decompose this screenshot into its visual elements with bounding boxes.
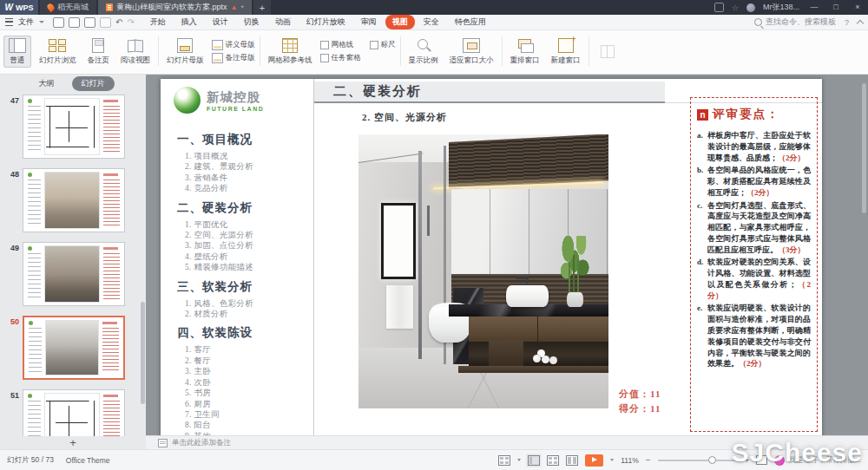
menu-tab[interactable]: 特色应用 (448, 15, 493, 29)
notes-page-icon (88, 37, 108, 54)
review-score: （3分） (778, 245, 806, 254)
feedback-icon[interactable] (714, 3, 724, 12)
ribbon-divider (589, 36, 589, 66)
reading-view-icon[interactable] (566, 455, 578, 466)
new-window-button[interactable]: 新建窗口 (548, 36, 584, 68)
slideshow-play-button[interactable] (585, 454, 603, 467)
photo-vessel-sink (506, 285, 549, 307)
handout-master-button[interactable]: 讲义母版 (212, 40, 255, 50)
zoom-level[interactable]: 111% (621, 456, 638, 465)
wps-presentation-window: WWPS 稻壳商城 黄梅山样板间室内软装方案.pptx ▲ * + ☆ Mr张1… (0, 0, 868, 470)
reading-view-button[interactable]: 阅读视图 (117, 36, 154, 68)
assistant-entry[interactable]: 我是稻仔，帮你排版... (774, 455, 861, 466)
normal-view-icon[interactable] (528, 455, 540, 466)
slide-sorter-icon[interactable] (547, 455, 559, 466)
save-icon[interactable] (53, 17, 64, 28)
score-earned: 得分：11 (619, 401, 661, 416)
notes-page-button[interactable]: 备注页 (84, 36, 114, 68)
menu-tab[interactable]: 切换 (237, 15, 266, 29)
review-point: b. 各空间单品的风格应统一，色彩、材质搭配应具有延续性及相互呼应；（2分） (697, 165, 811, 198)
ruler-checkbox[interactable]: 标尺 (370, 40, 396, 50)
tab-slides[interactable]: 幻灯片 (72, 76, 115, 91)
print-icon[interactable] (84, 17, 95, 28)
outline-row: 三、软装分析 (177, 279, 309, 295)
slide-thumbnail[interactable]: 48 (3, 168, 146, 232)
thumb-image (44, 393, 100, 436)
menu-tab[interactable]: 幻灯片放映 (299, 15, 352, 29)
wps-logo[interactable]: WWPS (0, 0, 38, 15)
slide-number: 49 (3, 244, 19, 252)
gridlines-checkbox[interactable]: 网格线 (320, 40, 361, 50)
zoom-slider[interactable] (658, 460, 738, 461)
menu-tab[interactable]: 插入 (174, 15, 204, 29)
zoom-in-button[interactable]: + (745, 455, 750, 465)
slide-canvas[interactable]: 新城控股 FUTURE LAND 二、硬装分析 2. 空间、光源分析 一、项目概… (146, 75, 868, 435)
grid-guides-button[interactable]: 网格和参考线 (265, 36, 316, 68)
history-icon[interactable] (100, 17, 111, 28)
user-avatar[interactable] (746, 3, 755, 12)
slide-sorter-button[interactable]: 幻灯片浏览 (36, 36, 80, 68)
zoom-ratio-button[interactable]: 显示比例 (405, 36, 442, 68)
tab-docer-store[interactable]: 稻壳商城 (40, 0, 96, 15)
menu-tab[interactable]: 视图 (385, 15, 415, 29)
menu-tab[interactable]: 审阅 (354, 15, 384, 29)
tab-document[interactable]: 黄梅山样板间室内软装方案.pptx ▲ * (98, 0, 252, 15)
layout-options-icon[interactable] (498, 455, 510, 466)
status-bar: 幻灯片 50 / 73 Office Theme 111% − + 我是稻仔，帮… (0, 449, 868, 470)
file-menu[interactable]: 文件 (18, 16, 34, 28)
slide-thumbnail[interactable]: 47 (3, 95, 146, 159)
output-icon[interactable] (69, 17, 80, 28)
arrange-windows-button[interactable]: 重排窗口 (507, 36, 543, 68)
star-icon[interactable]: ☆ (732, 3, 739, 12)
close-button[interactable]: × (851, 0, 865, 15)
menu-tab[interactable]: 安全 (417, 15, 446, 29)
normal-view-button[interactable]: 普通 (3, 36, 31, 68)
slide-master-button[interactable]: 幻灯片母版 (163, 36, 207, 68)
zoom-out-button[interactable]: − (646, 455, 651, 465)
thumb-image (45, 320, 99, 375)
review-score: （2分） (739, 359, 766, 368)
new-window-icon (556, 37, 576, 54)
maximize-button[interactable]: □ (829, 0, 843, 15)
outline-row: 1. 风格、色彩分析 (177, 298, 309, 309)
collapse-ribbon-icon[interactable] (857, 19, 864, 26)
taskpane-checkbox[interactable]: 任务窗格 (320, 53, 361, 63)
notes-master-button[interactable]: 备注母版 (212, 53, 255, 63)
add-slide-button[interactable]: + (0, 436, 146, 449)
current-slide[interactable]: 新城控股 FUTURE LAND 二、硬装分析 2. 空间、光源分析 一、项目概… (161, 79, 822, 435)
help-button[interactable]: ? (845, 18, 849, 27)
photo-vanity-cabinet (469, 317, 608, 341)
outline-row: 四、软装陈设 (177, 325, 309, 341)
slide-thumbnail[interactable]: 51 (3, 389, 146, 436)
command-search[interactable]: 查找命令、搜索模板 (754, 16, 836, 28)
chevron-down-icon (39, 21, 44, 23)
notes-bar[interactable]: 单击此处添加备注 (146, 435, 868, 449)
canvas-scrollbar[interactable] (862, 83, 866, 213)
ribbon-divider (158, 36, 159, 66)
thumb-outline-strip (26, 393, 43, 436)
menu-tab[interactable]: 设计 (206, 15, 235, 29)
redo-icon[interactable]: ↷ (127, 18, 134, 27)
sidebar-scrollbar[interactable] (141, 302, 145, 404)
zoom-slider-thumb[interactable] (708, 456, 716, 464)
thumb-review-strip (101, 320, 121, 375)
fit-window-button[interactable]: 适应窗口大小 (446, 36, 497, 68)
thumb-outline-strip (26, 98, 43, 155)
menu-tab[interactable]: 动画 (268, 15, 298, 29)
warning-icon: ▲ (231, 3, 238, 11)
review-point: a. 样板房中客厅、主卧应处于软装设计的最高层级，应能够体现尊贵感、品质感；（2… (697, 130, 811, 163)
menu-tab[interactable]: 开始 (143, 15, 173, 29)
user-name[interactable]: Mr张138... (763, 2, 799, 13)
slide-thumbnail[interactable]: 50 (3, 316, 146, 380)
tab-outline[interactable]: 大纲 (32, 76, 62, 91)
search-icon (754, 18, 762, 26)
slide-thumbnail[interactable]: 49 (3, 242, 146, 306)
hamburger-icon[interactable] (5, 18, 13, 26)
minimize-button[interactable]: — (807, 0, 821, 15)
new-tab-button[interactable]: + (253, 0, 271, 15)
notes-icon (158, 439, 168, 447)
checkbox-icon (370, 41, 378, 49)
slide-number: 48 (3, 170, 19, 179)
fit-slide-icon[interactable] (756, 455, 767, 465)
undo-icon[interactable]: ↶ (115, 18, 122, 27)
